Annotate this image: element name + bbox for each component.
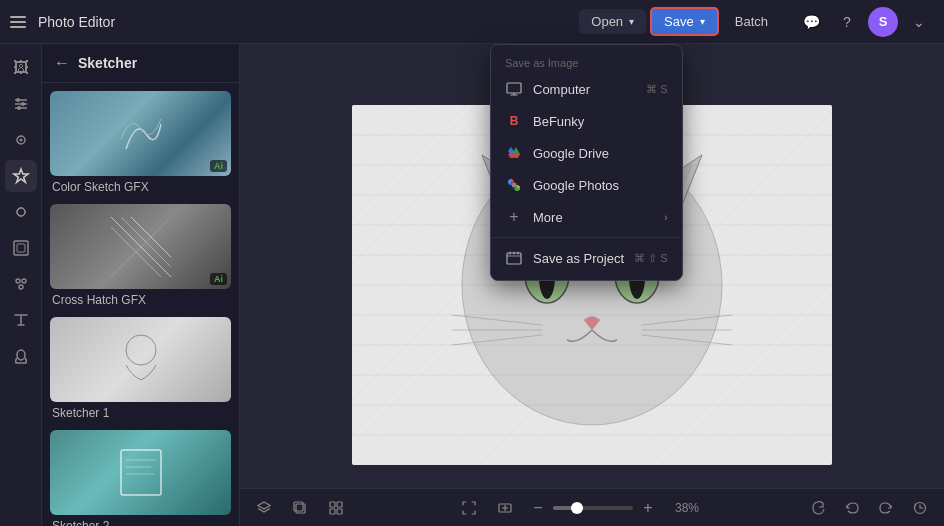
effect-name-4: Sketcher 2 [50,515,231,526]
effect-name-1: Color Sketch GFX [50,176,231,194]
save-more-item[interactable]: + More › [491,201,682,233]
sidebar-icon-effects[interactable] [5,160,37,192]
save-button[interactable]: Save ▾ [650,7,719,36]
duplicate-icon[interactable] [286,494,314,522]
layers-icon[interactable] [250,494,278,522]
svg-rect-65 [507,253,521,264]
panel-sidebar: ← Sketcher Ai Color Sketch GFX [42,44,240,526]
svg-rect-57 [330,509,335,514]
svg-rect-63 [507,83,521,93]
sidebar-icon-view[interactable] [5,124,37,156]
zoom-label: 38% [667,501,699,515]
svg-point-64 [512,183,517,188]
sidebar-icon-adjustments[interactable] [5,88,37,120]
panel-title: Sketcher [78,55,137,71]
zoom-minus-button[interactable]: − [527,497,549,519]
svg-rect-54 [294,502,303,511]
more-icon: + [505,208,523,226]
svg-point-14 [17,350,25,360]
refresh-icon[interactable] [804,494,832,522]
topbar-actions: Open ▾ Save ▾ Batch [579,7,780,36]
dropdown-section-title: Save as Image [491,51,682,73]
bottom-left-tools [250,494,350,522]
sidebar-icon-frames[interactable] [5,232,37,264]
save-project-shortcut: ⌘ ⇧ S [634,252,667,265]
svg-point-13 [19,285,23,289]
svg-rect-58 [337,509,342,514]
effect-thumb-sketcher2 [50,430,231,515]
effect-item-sketcher1[interactable]: Sketcher 1 [50,317,231,420]
svg-point-20 [126,335,156,365]
sidebar-icon-photo[interactable]: 🖼 [5,52,37,84]
save-gdrive-item[interactable]: Google Drive [491,137,682,169]
save-chevron-icon: ▾ [700,16,705,27]
sidebar-icon-text[interactable] [5,304,37,336]
save-computer-item[interactable]: Computer ⌘ S [491,73,682,105]
help-icon[interactable]: ? [832,7,862,37]
project-icon [505,249,523,267]
svg-point-3 [21,102,25,106]
bottom-center-controls: − + 38% [350,494,804,522]
effect-item-color-sketch[interactable]: Ai Color Sketch GFX [50,91,231,194]
chat-icon[interactable]: 💬 [796,7,826,37]
save-project-label: Save as Project [533,251,624,266]
save-gphotos-item[interactable]: Google Photos [491,169,682,201]
topbar-icons: 💬 ? S ⌄ [796,7,934,37]
gphotos-icon [505,176,523,194]
save-gdrive-label: Google Drive [533,146,609,161]
app-title: Photo Editor [38,14,115,30]
befunky-icon: B [505,112,523,130]
svg-point-5 [17,106,21,110]
expand-icon[interactable]: ⌄ [904,7,934,37]
svg-point-12 [22,279,26,283]
redo-icon[interactable] [872,494,900,522]
computer-icon [505,80,523,98]
menu-icon[interactable] [10,12,30,32]
topbar: Photo Editor Open ▾ Save ▾ Batch 💬 ? S ⌄ [0,0,944,44]
save-project-item[interactable]: Save as Project ⌘ ⇧ S [491,242,682,274]
effect-item-sketcher2[interactable]: Sketcher 2 [50,430,231,526]
zoom-controls: − + [527,497,659,519]
back-button[interactable]: ← [54,54,70,72]
dropdown-divider [491,237,682,238]
effect-thumb-sketcher1 [50,317,231,402]
svg-rect-55 [330,502,335,507]
svg-rect-10 [17,244,25,252]
effect-name-2: Cross Hatch GFX [50,289,231,307]
grid-icon[interactable] [322,494,350,522]
panel-header: ← Sketcher [42,44,239,83]
effects-list: Ai Color Sketch GFX Ai Cross Hatch GFX [42,83,239,526]
batch-button[interactable]: Batch [723,9,780,34]
sidebar-icon-sketch[interactable] [5,196,37,228]
effect-item-cross-hatch[interactable]: Ai Cross Hatch GFX [50,204,231,307]
undo-icon[interactable] [838,494,866,522]
fit-screen-icon[interactable] [455,494,483,522]
ai-badge-1: Ai [210,160,227,172]
effect-thumb-cross-hatch: Ai [50,204,231,289]
svg-point-11 [16,279,20,283]
sidebar-icon-touch[interactable] [5,340,37,372]
zoom-plus-button[interactable]: + [637,497,659,519]
avatar[interactable]: S [868,7,898,37]
open-button[interactable]: Open ▾ [579,9,646,34]
zoom-fit-icon[interactable] [491,494,519,522]
zoom-slider[interactable] [553,506,633,510]
gdrive-icon [505,144,523,162]
sidebar-icon-stickers[interactable] [5,268,37,300]
bottom-bar: − + 38% [240,488,944,526]
icon-sidebar: 🖼 [0,44,42,526]
effect-name-3: Sketcher 1 [50,402,231,420]
save-more-label: More [533,210,563,225]
bottom-right-actions [804,494,934,522]
svg-rect-9 [14,241,28,255]
save-dropdown: Save as Image Computer ⌘ S B BeFunky Goo… [490,44,683,281]
ai-badge-2: Ai [210,273,227,285]
save-computer-label: Computer [533,82,590,97]
save-gphotos-label: Google Photos [533,178,619,193]
svg-rect-53 [296,504,305,513]
more-arrow-icon: › [664,212,667,223]
effect-thumb-color-sketch: Ai [50,91,231,176]
history-icon[interactable] [906,494,934,522]
save-befunky-item[interactable]: B BeFunky [491,105,682,137]
main-content: 🖼 ← Sketcher [0,44,944,526]
